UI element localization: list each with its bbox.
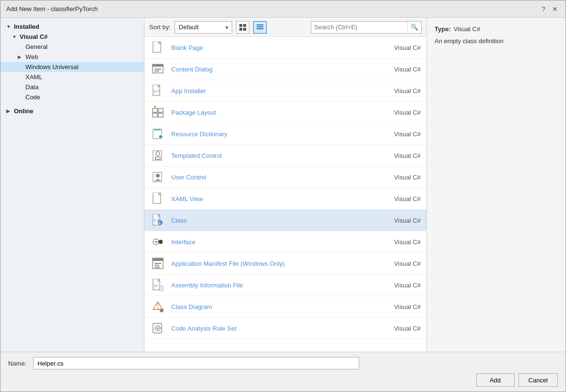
close-button[interactable]: ✕ xyxy=(550,4,560,14)
sidebar: ▼ Installed ▼ Visual C# General ▶ Web Wi xyxy=(0,18,144,352)
content-dialog-icon xyxy=(150,61,165,77)
blank-page-icon xyxy=(150,40,165,55)
sidebar-item-general[interactable]: General xyxy=(0,42,144,52)
svg-rect-2 xyxy=(239,28,242,31)
svg-rect-10 xyxy=(154,69,161,70)
visual-csharp-arrow-icon: ▼ xyxy=(12,34,18,39)
name-input[interactable] xyxy=(33,357,359,369)
svg-rect-14 xyxy=(153,108,157,112)
xaml-view-name: XAML View xyxy=(171,195,367,202)
sidebar-item-data-label: Data xyxy=(25,83,38,91)
blank-page-name: Blank Page xyxy=(171,44,367,51)
list-item[interactable]: Code Analysis Rule SetVisual C# xyxy=(144,318,426,339)
list-item[interactable]: Package LayoutVisual C# xyxy=(144,102,426,123)
svg-rect-39 xyxy=(154,263,161,264)
grid-icon xyxy=(239,24,246,31)
svg-point-49 xyxy=(160,309,164,312)
svg-text:</>: </> xyxy=(153,89,161,94)
svg-point-22 xyxy=(159,135,163,139)
right-panel-type-row: Type: Visual C# xyxy=(435,25,558,33)
app-manifest-icon xyxy=(150,256,165,271)
user-control-type: Visual C# xyxy=(373,174,421,181)
list-view-button[interactable] xyxy=(253,21,267,34)
add-button[interactable]: Add xyxy=(476,373,515,387)
sidebar-item-xaml-label: XAML xyxy=(25,73,42,81)
sort-select[interactable]: Default Name Type xyxy=(175,21,232,34)
resource-dictionary-name: Resource Dictionary xyxy=(171,131,367,138)
content-dialog-name: Content Dialog xyxy=(171,66,367,73)
help-button[interactable]: ? xyxy=(539,4,548,14)
online-arrow-icon: ▶ xyxy=(6,108,12,114)
dialog-body: ▼ Installed ▼ Visual C# General ▶ Web Wi xyxy=(0,18,566,352)
svg-rect-17 xyxy=(158,113,163,117)
sidebar-item-general-label: General xyxy=(25,43,47,50)
svg-rect-40 xyxy=(154,265,159,266)
interface-icon xyxy=(150,234,165,249)
list-item[interactable]: InterfaceVisual C# xyxy=(144,231,426,253)
list-item[interactable]: Templated ControlVisual C# xyxy=(144,145,426,166)
user-control-icon xyxy=(150,169,165,185)
resource-dictionary-type: Visual C# xyxy=(373,131,421,138)
svg-text:+: + xyxy=(158,221,161,226)
xaml-view-type: Visual C# xyxy=(373,195,421,202)
sidebar-item-web-label: Web xyxy=(25,53,38,60)
class-diagram-name: Class Diagram xyxy=(171,303,367,310)
svg-rect-21 xyxy=(154,129,161,131)
package-layout-icon xyxy=(150,105,165,120)
bottom-bar: Name: Add Cancel xyxy=(0,352,566,392)
list-item[interactable]: Content DialogVisual C# xyxy=(144,59,426,80)
svg-rect-41 xyxy=(154,267,160,268)
svg-rect-25 xyxy=(155,157,160,159)
class-diagram-type: Visual C# xyxy=(373,303,421,310)
code-analysis-icon xyxy=(150,321,165,336)
sort-label: Sort by: xyxy=(149,24,171,31)
sidebar-item-windows-universal-label: Windows Universal xyxy=(25,63,79,71)
right-panel-description: An empty class definition xyxy=(435,36,558,46)
type-value: Visual C# xyxy=(454,25,480,33)
installed-arrow-icon: ▼ xyxy=(6,24,12,29)
sidebar-item-xaml[interactable]: XAML xyxy=(0,72,144,82)
sidebar-item-visual-csharp[interactable]: ▼ Visual C# xyxy=(0,32,144,42)
cancel-button[interactable]: Cancel xyxy=(519,373,558,387)
sidebar-item-data[interactable]: Data xyxy=(0,82,144,92)
search-input[interactable] xyxy=(311,23,407,32)
list-item[interactable]: </> App InstallerVisual C# xyxy=(144,80,426,102)
list-item[interactable]: C# + ClassVisual C# xyxy=(144,210,426,231)
svg-rect-5 xyxy=(257,26,263,27)
sidebar-item-windows-universal[interactable]: Windows Universal xyxy=(0,62,144,72)
sidebar-item-code[interactable]: Code xyxy=(0,92,144,102)
class-icon: C# + xyxy=(150,213,165,228)
main-content: Sort by: Default Name Type ▼ xyxy=(144,18,426,352)
grid-view-button[interactable] xyxy=(236,21,249,34)
list-item[interactable]: Application Manifest File (Windows Only)… xyxy=(144,253,426,274)
code-analysis-type: Visual C# xyxy=(373,325,421,332)
name-label: Name: xyxy=(8,360,27,367)
sidebar-item-installed[interactable]: ▼ Installed xyxy=(0,22,144,32)
title-bar: Add New Item - classifierPyTorch ? ✕ xyxy=(0,0,566,18)
sidebar-item-web[interactable]: ▶ Web xyxy=(0,52,144,62)
list-item[interactable]: XAML ViewVisual C# xyxy=(144,188,426,210)
sidebar-item-code-label: Code xyxy=(25,94,40,101)
dialog-title: Add New Item - classifierPyTorch xyxy=(6,5,98,12)
svg-rect-4 xyxy=(257,24,263,25)
search-button[interactable]: 🔍 xyxy=(407,22,421,33)
list-item[interactable]: User ControlVisual C# xyxy=(144,166,426,188)
svg-rect-1 xyxy=(243,24,246,27)
list-item[interactable]: Resource DictionaryVisual C# xyxy=(144,123,426,145)
class-type: Visual C# xyxy=(373,217,421,224)
svg-rect-0 xyxy=(239,24,242,27)
sidebar-item-online[interactable]: ▶ Online xyxy=(0,106,144,116)
sidebar-item-online-label: Online xyxy=(14,107,33,115)
list-item[interactable]: Blank PageVisual C# xyxy=(144,37,426,59)
templated-control-icon xyxy=(150,148,165,163)
sidebar-item-visual-csharp-label: Visual C# xyxy=(20,33,47,40)
user-control-name: User Control xyxy=(171,174,367,181)
list-item[interactable]: C# i Assembly Information FileVisual C# xyxy=(144,274,426,296)
svg-text:C#: C# xyxy=(153,284,158,288)
list-item[interactable]: Class DiagramVisual C# xyxy=(144,296,426,318)
svg-rect-3 xyxy=(243,28,246,31)
svg-rect-38 xyxy=(153,258,163,261)
sidebar-item-installed-label: Installed xyxy=(14,23,39,30)
resource-dictionary-icon xyxy=(150,126,165,142)
add-new-item-dialog: Add New Item - classifierPyTorch ? ✕ ▼ I… xyxy=(0,0,566,392)
